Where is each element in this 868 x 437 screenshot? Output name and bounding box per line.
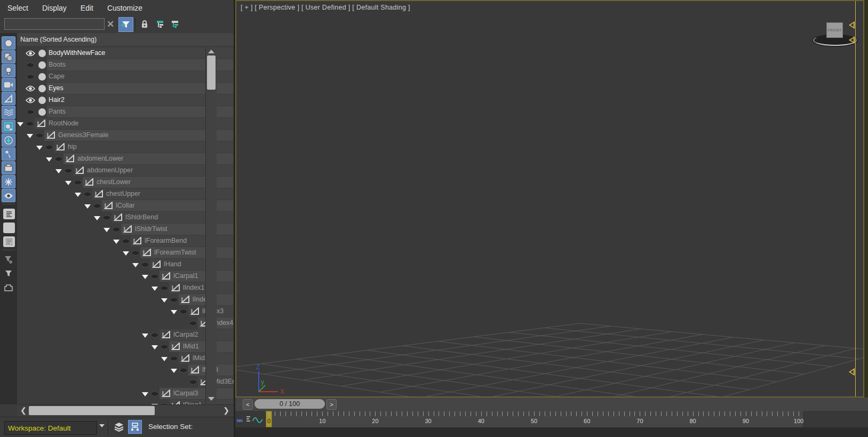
view-blank-button[interactable] xyxy=(2,221,15,234)
tree-row[interactable]: lMid2 xyxy=(17,353,234,364)
tree-row[interactable]: lIndex2 xyxy=(17,294,234,306)
scroll-up-icon[interactable] xyxy=(208,50,214,53)
display-containers-button[interactable] xyxy=(2,161,15,174)
visibility-off-icon[interactable] xyxy=(83,191,92,197)
scroll-down-icon[interactable] xyxy=(208,397,214,401)
expand-collapse-icon[interactable] xyxy=(55,169,62,173)
tree-row[interactable]: Cape xyxy=(17,71,234,83)
display-shapes-button[interactable] xyxy=(2,50,15,63)
display-hidden-button[interactable] xyxy=(2,189,15,202)
tree-row[interactable]: lCarpal1 xyxy=(17,271,234,282)
tree-row[interactable]: RootNode xyxy=(17,118,234,130)
view-list-button[interactable] xyxy=(2,207,15,220)
tree-row[interactable]: Pants xyxy=(17,106,234,118)
tree-row[interactable]: Genesis3Female xyxy=(17,130,234,141)
expand-collapse-icon[interactable] xyxy=(36,146,43,150)
expand-collapse-icon[interactable] xyxy=(65,181,71,185)
splitter-collapse-icon[interactable] xyxy=(849,36,855,44)
viewport-label[interactable]: [ + ] [ Perspective ] [ User Defined ] [… xyxy=(241,4,410,11)
expand-collapse-icon[interactable] xyxy=(17,122,23,126)
tree-row[interactable]: lCollar xyxy=(17,200,234,212)
expand-collapse-icon[interactable] xyxy=(103,228,110,232)
visibility-off-icon[interactable] xyxy=(188,320,198,327)
expand-collapse-icon[interactable] xyxy=(171,310,177,314)
tree-row[interactable]: Hair2 xyxy=(17,94,234,106)
visibility-off-icon[interactable] xyxy=(121,238,131,244)
visibility-off-icon[interactable] xyxy=(92,203,102,209)
mini-curve-editor-button[interactable] xyxy=(245,412,264,426)
visibility-off-icon[interactable] xyxy=(44,144,54,150)
tree-row[interactable]: lIndex3 xyxy=(17,306,234,317)
tree-row[interactable]: lShldrTwist xyxy=(17,224,234,235)
lock-icon[interactable] xyxy=(138,17,152,31)
visibility-off-icon[interactable] xyxy=(112,226,121,233)
tree-horizontal-scrollbar[interactable]: ❮ ❯ xyxy=(17,404,234,417)
menu-edit[interactable]: Edit xyxy=(81,4,93,12)
visibility-off-icon[interactable] xyxy=(140,261,150,268)
tree-vertical-scrollbar[interactable] xyxy=(205,47,217,403)
tree-row[interactable]: chestLower xyxy=(17,177,234,188)
display-frozen-button[interactable] xyxy=(2,175,15,188)
visibility-off-icon[interactable] xyxy=(26,109,35,115)
filter-combinations-button[interactable] xyxy=(2,267,15,280)
tree-row[interactable]: lRing1 xyxy=(17,400,234,404)
display-filter-button[interactable] xyxy=(118,17,133,32)
visibility-off-icon[interactable] xyxy=(131,250,140,256)
visibility-off-icon[interactable] xyxy=(160,285,169,291)
tree-row[interactable]: lCarpal2 xyxy=(17,329,234,341)
visibility-off-icon[interactable] xyxy=(26,62,35,68)
visibility-off-icon[interactable] xyxy=(26,74,35,80)
tree-row[interactable]: Eyes xyxy=(17,83,234,94)
visibility-off-icon[interactable] xyxy=(188,379,198,385)
expand-collapse-icon[interactable] xyxy=(142,275,148,279)
pick-container-button[interactable] xyxy=(2,281,15,294)
scroll-right-icon[interactable]: ❯ xyxy=(223,406,229,415)
expand-collapse-icon[interactable] xyxy=(75,193,81,197)
display-helpers-button[interactable] xyxy=(2,92,15,105)
tree-row[interactable]: lIndex4 xyxy=(17,317,234,329)
display-cameras-button[interactable] xyxy=(2,78,15,91)
vertical-scroll-thumb[interactable] xyxy=(207,55,216,90)
visibility-off-icon[interactable] xyxy=(54,156,63,162)
expand-collapse-icon[interactable] xyxy=(123,251,129,256)
menu-customize[interactable]: Customize xyxy=(107,4,142,12)
tree-row[interactable]: lCarpal3 xyxy=(17,388,234,400)
expand-collapse-icon[interactable] xyxy=(142,333,148,338)
collapsed-command-panel-strip[interactable] xyxy=(864,0,868,437)
expand-collapse-icon[interactable] xyxy=(152,287,158,291)
expand-collapse-icon[interactable] xyxy=(46,157,52,162)
visibility-on-icon[interactable] xyxy=(26,97,35,104)
visibility-off-icon[interactable] xyxy=(102,214,112,221)
tree-row[interactable]: abdomenUpper xyxy=(17,165,234,177)
display-bones-button[interactable] xyxy=(2,147,15,161)
horizontal-scroll-thumb[interactable] xyxy=(29,406,155,415)
previous-frame-button[interactable]: < xyxy=(243,399,253,410)
expand-collapse-icon[interactable] xyxy=(161,357,168,361)
track-bar[interactable]: »» 0 102030405060708090100 xyxy=(235,411,868,427)
menu-display[interactable]: Display xyxy=(42,4,67,12)
tree-row[interactable]: Boots xyxy=(17,59,234,71)
tree-row[interactable]: lHand xyxy=(17,259,234,271)
visibility-on-icon[interactable] xyxy=(26,85,35,92)
visibility-off-icon[interactable] xyxy=(160,344,169,350)
viewcube[interactable]: FRONT xyxy=(826,22,843,38)
viewcube-front-face[interactable]: FRONT xyxy=(827,28,842,32)
tree-row[interactable]: lForearmTwist xyxy=(17,247,234,259)
next-frame-button[interactable]: > xyxy=(327,399,337,410)
expand-collapse-icon[interactable] xyxy=(142,392,148,396)
expand-collapse-icon[interactable] xyxy=(94,216,100,220)
workspace-dropdown-icon[interactable] xyxy=(99,424,105,427)
perspective-viewport[interactable]: [ + ] [ Perspective ] [ User Defined ] [… xyxy=(235,0,864,398)
scene-explorer-toggle-button[interactable] xyxy=(128,420,142,434)
display-lights-button[interactable] xyxy=(2,64,15,77)
advanced-filter-button[interactable] xyxy=(2,253,15,266)
tree-row[interactable]: abdomenLower xyxy=(17,153,234,165)
splitter-collapse-icon[interactable] xyxy=(849,21,855,29)
visibility-off-icon[interactable] xyxy=(179,308,188,315)
tree-row[interactable]: chestUpper xyxy=(17,188,234,200)
visibility-off-icon[interactable] xyxy=(150,332,160,338)
expand-collapse-icon[interactable] xyxy=(161,298,168,303)
tree-row-cell[interactable] xyxy=(150,259,233,270)
statusbar-overflow-chevrons[interactable]: »» xyxy=(236,416,242,424)
tree-row[interactable]: hip xyxy=(17,141,234,153)
